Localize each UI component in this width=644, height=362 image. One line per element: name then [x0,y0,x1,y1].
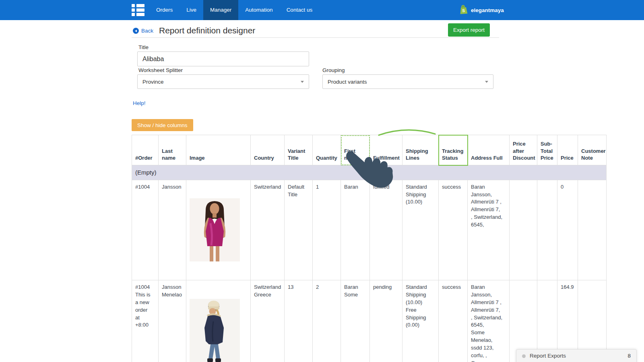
table-cell: Switzerland [251,180,285,280]
nav-item-automation[interactable]: Automation [238,0,279,20]
group-row: (Empty) [132,165,607,180]
report-preview-table: #OrderLast nameImageCountryVariant Title… [132,135,607,362]
table-cell: 2 [313,280,341,362]
table-cell: Standard Shipping (10.00) [402,180,439,280]
page-title: Report definition designer [159,26,255,35]
back-link[interactable]: Back [133,28,153,34]
grouping-label: Grouping [322,67,345,73]
chevron-down-icon [301,81,304,83]
back-label: Back [141,28,153,34]
navbar-items: OrdersLiveManagerAutomationContact us [149,0,319,20]
column-header-sub-total-price[interactable]: Sub-Total Price [537,135,557,165]
report-exports-label: Report Exports [530,353,566,359]
chevron-down-icon [485,81,488,83]
table-body: (Empty)#1004Jansson SwitzerlandDefault T… [132,165,607,362]
product-image-cell [186,280,251,362]
table-cell [537,180,557,280]
column-header-address-full[interactable]: Address Full [468,135,510,165]
column-header-first-name[interactable]: First name [341,135,370,165]
table-cell: Baran Jansson, Allmenrüti 7 , Allmenrüti… [468,180,510,280]
worksheet-splitter-value: Province [142,79,164,85]
back-arrow-icon [133,28,139,34]
nav-item-live[interactable]: Live [180,0,203,20]
table-cell: 0 [557,180,578,280]
column-header-fulfillment[interactable]: Fulfillment [370,135,402,165]
column-header-last-name[interactable]: Last name [159,135,186,165]
column-header-country[interactable]: Country [251,135,285,165]
column-header-image[interactable]: Image [186,135,251,165]
shopify-bag-icon: S [459,4,468,16]
table-cell [510,180,537,280]
report-title-input[interactable] [137,51,309,66]
show-hide-columns-button[interactable]: Show / hide columns [132,119,193,131]
account-chip[interactable]: S elegantmaya [459,0,644,20]
product-image-cell [186,180,251,280]
nav-item-manager[interactable]: Manager [203,0,238,20]
svg-text:S: S [462,8,465,13]
grouping-value: Product variants [328,79,367,85]
group-row-label: (Empty) [132,165,607,180]
header-divider [132,37,499,38]
table-cell: Jansson [159,180,186,280]
table-cell: Switzerland Greece [251,280,285,362]
status-dot-icon [522,354,526,358]
help-link[interactable]: Help! [133,100,146,106]
column-header-quantity[interactable]: Quantity [313,135,341,165]
navbar: OrdersLiveManagerAutomationContact us S … [0,0,644,20]
table-cell: Jansson Menelao [159,280,186,362]
column-header-customer-note[interactable]: Customer Note [578,135,607,165]
column-header-order[interactable]: #Order [132,135,159,165]
product-photo-dress [190,191,240,269]
table-cell: Default Title [285,180,313,280]
column-header-tracking-status[interactable]: Tracking Status [439,135,468,165]
table-cell: Baran Some [341,280,370,362]
table-cell [578,180,607,280]
title-label: Title [138,44,149,50]
table-cell: #1004 [132,180,159,280]
report-exports-panel[interactable]: Report Exports 8 [516,349,637,362]
table-cell: #1004 This is a new order at +8:00 [132,280,159,362]
table-cell: Standard Shipping (10.00) Free Shipping … [402,280,439,362]
export-report-button[interactable]: Export report [448,23,490,37]
table-cell: fulfilled [370,180,402,280]
table-header-row: #OrderLast nameImageCountryVariant Title… [132,135,607,165]
report-exports-count: 8 [627,353,631,359]
column-header-price-after-discount[interactable]: Price after Discount [510,135,537,165]
account-name: elegantmaya [471,7,504,13]
nav-item-contact-us[interactable]: Contact us [280,0,320,20]
column-header-price[interactable]: Price [557,135,578,165]
table-cell: pending [370,280,402,362]
table-cell: Baran Jansson, Allmenrüti 7 , Allmenrüti… [468,280,510,362]
apps-menu-icon[interactable] [132,4,144,16]
table-cell: Baran [341,180,370,280]
table-cell: 1 [313,180,341,280]
table-cell: 13 [285,280,313,362]
table-row: #1004Jansson SwitzerlandDefault Title1Ba… [132,180,607,280]
product-photo-parka [190,291,240,362]
table-cell: success [439,180,468,280]
table-cell: success [439,280,468,362]
column-header-shipping-lines[interactable]: Shipping Lines [402,135,439,165]
grouping-select[interactable]: Product variants [322,74,493,89]
nav-item-orders[interactable]: Orders [149,0,180,20]
worksheet-splitter-label: Worksheet Splitter [138,67,183,73]
column-header-variant-title[interactable]: Variant Title [285,135,313,165]
worksheet-splitter-select[interactable]: Province [137,74,309,89]
